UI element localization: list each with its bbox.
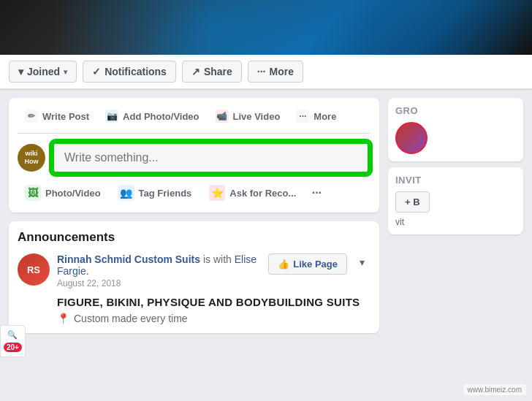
tag-friends-button[interactable]: 👥 Tag Friends (111, 180, 200, 205)
dots-icon: ··· (296, 110, 309, 123)
post-content: Rinnah Schmid Custom Suits is with Elise… (57, 253, 370, 324)
write-something-input[interactable] (54, 144, 368, 172)
announcements-title: Announcements (18, 230, 370, 245)
post-avatar-text: RS (27, 264, 40, 275)
thumbs-up-icon: 👍 (278, 259, 289, 270)
composer-tabs: ✏ Write Post 📷 Add Photo/Video 📹 Live Vi… (18, 105, 370, 134)
announcement-post: RS Rinnah Schmid Custom Suits is with El… (18, 253, 370, 324)
ellipsis-icon: ··· (257, 66, 266, 77)
tag-icon: 👥 (118, 185, 134, 201)
post-date: August 22, 2018 (57, 278, 262, 289)
joined-icon: ▾ (18, 66, 23, 77)
composer-card: ✏ Write Post 📷 Add Photo/Video 📹 Live Vi… (9, 98, 379, 213)
notifications-button[interactable]: ✓ Notifications (83, 61, 176, 83)
write-post-label: Write Post (42, 111, 89, 122)
main-content: ✏ Write Post 📷 Add Photo/Video 📹 Live Vi… (0, 89, 532, 342)
action-buttons-row: 🖼 Photo/Video 👥 Tag Friends ⭐ Ask for Re… (18, 180, 370, 205)
more-options-label: More (314, 111, 336, 122)
photo-video-button[interactable]: 🖼 Photo/Video (18, 180, 108, 205)
more-button[interactable]: ··· More (248, 61, 303, 83)
post-header: Rinnah Schmid Custom Suits is with Elise… (57, 253, 370, 289)
photo-video-icon: 🖼 (25, 185, 41, 201)
live-video-label: Live Video (233, 111, 281, 122)
joined-label: Joined (27, 66, 60, 77)
like-page-label: Like Page (293, 259, 338, 270)
video-icon: 📹 (216, 110, 229, 123)
post-author[interactable]: Rinnah Schmid Custom Suits (57, 253, 200, 265)
chevron-icon: ▾ (360, 256, 365, 268)
page-wrapper: ▾ Joined ▾ ✓ Notifications ↗ Share ··· M… (0, 0, 532, 401)
pencil-icon: ✏ (25, 110, 38, 123)
check-icon: ✓ (92, 66, 101, 77)
more-actions-button[interactable]: ··· (306, 183, 327, 203)
notifications-label: Notifications (104, 66, 167, 77)
joined-button[interactable]: ▾ Joined ▾ (9, 61, 77, 83)
location-icon: 📍 (57, 313, 69, 324)
post-main-text: FIGURE, BIKINI, PHYSIQUE AND BODYBUILDIN… (57, 296, 370, 308)
user-avatar: wiki How (18, 144, 45, 172)
action-bar: ▾ Joined ▾ ✓ Notifications ↗ Share ··· M… (0, 55, 532, 89)
vita-label: vit (395, 217, 516, 227)
expand-button[interactable]: ▾ (353, 253, 370, 271)
post-action: is with (203, 253, 232, 265)
post-subtext: 📍 Custom made every time (57, 313, 370, 324)
post-avatar: RS (18, 253, 50, 286)
write-post-tab[interactable]: ✏ Write Post (18, 105, 96, 127)
invite-label: + B (405, 196, 420, 207)
search-icon-left[interactable]: 🔍 (7, 330, 18, 340)
post-subtext-text: Custom made every time (74, 313, 188, 324)
group-avatar (395, 122, 428, 154)
ask-recommendation-button[interactable]: ⭐ Ask for Reco... (202, 180, 303, 205)
invite-button[interactable]: + B (395, 191, 430, 213)
add-photo-tab[interactable]: 📷 Add Photo/Video (98, 105, 206, 127)
write-input-wrapper (51, 141, 370, 175)
like-page-button[interactable]: 👍 Like Page (268, 253, 347, 275)
photo-video-label: Photo/Video (45, 188, 101, 199)
live-video-tab[interactable]: 📹 Live Video (208, 105, 288, 127)
invite-title: INVIT (395, 175, 516, 186)
more-label: More (270, 66, 294, 77)
more-options-tab[interactable]: ··· More (289, 105, 343, 127)
watermark: www.bimeiz.com (463, 384, 526, 395)
more-dots-icon: ··· (312, 186, 322, 199)
right-column: GRO INVIT + B vit (388, 98, 523, 333)
share-label: Share (204, 66, 232, 77)
camera-icon: 📷 (105, 110, 118, 123)
share-icon: ↗ (191, 66, 200, 77)
invite-panel: INVIT + B vit (388, 167, 523, 234)
cover-photo (0, 0, 532, 55)
ask-recommendation-label: Ask for Reco... (229, 188, 296, 199)
avatar-text: wiki How (18, 150, 45, 166)
announcements-card: Announcements RS Rinnah Schmid Custom Su… (9, 221, 379, 333)
share-button[interactable]: ↗ Share (182, 61, 242, 83)
post-meta: Rinnah Schmid Custom Suits is with Elise… (57, 253, 262, 289)
groups-panel: GRO (388, 98, 523, 161)
notification-count: 20+ (4, 343, 22, 352)
chevron-down-icon: ▾ (64, 68, 67, 76)
left-notification-panel: 🔍 20+ (0, 325, 26, 357)
groups-title: GRO (395, 105, 516, 116)
add-photo-label: Add Photo/Video (123, 111, 199, 122)
tag-friends-label: Tag Friends (139, 188, 192, 199)
star-icon: ⭐ (209, 185, 225, 201)
left-column: ✏ Write Post 📷 Add Photo/Video 📹 Live Vi… (9, 98, 379, 333)
composer-input-row: wiki How (18, 141, 370, 175)
